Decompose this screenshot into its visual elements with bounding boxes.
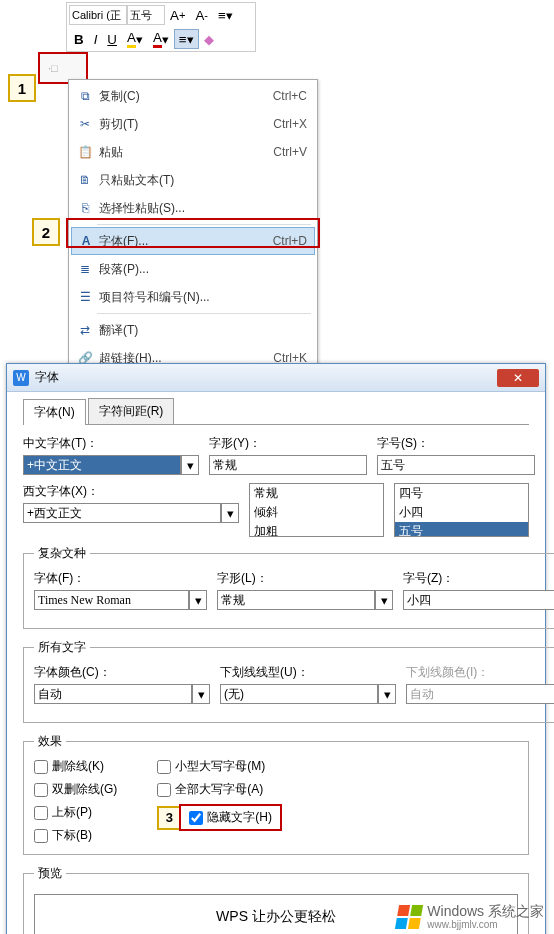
list-item: 五号: [395, 522, 528, 537]
complex-font-input[interactable]: [34, 590, 189, 610]
font-color-select[interactable]: [34, 684, 192, 704]
complex-font-dropdown[interactable]: ▾: [189, 590, 207, 610]
step-1-marker: 1: [8, 74, 36, 102]
menu-copy[interactable]: ⧉ 复制(C) Ctrl+C: [71, 82, 315, 110]
bullets-icon: ☰: [75, 290, 95, 304]
list-item: 四号: [395, 484, 528, 503]
translate-icon: ⇄: [75, 323, 95, 337]
font-color-button[interactable]: A▾: [148, 29, 174, 49]
line-spacing-button[interactable]: ≡▾: [213, 5, 238, 25]
underline-select[interactable]: [220, 684, 378, 704]
underline-color-select: [406, 684, 554, 704]
size-input[interactable]: [377, 455, 535, 475]
bold-button[interactable]: B: [69, 29, 89, 49]
font-dialog: W 字体 ✕ 字体(N) 字符间距(R) 中文字体(T)： ▾ 字形(Y)： 字…: [6, 363, 546, 934]
app-icon: W: [13, 370, 29, 386]
copy-icon: ⧉: [75, 89, 95, 103]
cn-font-input[interactable]: [23, 455, 181, 475]
style-label: 字形(Y)：: [209, 435, 367, 452]
list-item: 小四: [395, 503, 528, 522]
increase-font-button[interactable]: A+: [165, 5, 190, 25]
cn-font-label: 中文字体(T)：: [23, 435, 199, 452]
paste-text-icon: 🗎: [75, 173, 95, 187]
menu-separator: [97, 224, 311, 225]
format-eraser-button[interactable]: ◆: [199, 29, 219, 49]
cut-icon: ✂: [75, 117, 95, 131]
menu-paragraph[interactable]: ≣ 段落(P)...: [71, 255, 315, 283]
step-2-marker: 2: [32, 218, 60, 246]
watermark-url: www.bjjmlv.com: [427, 919, 544, 930]
menu-separator: [97, 313, 311, 314]
chk-double-strike[interactable]: 双删除线(G): [34, 781, 117, 798]
chk-smallcaps[interactable]: 小型大写字母(M): [157, 758, 282, 775]
list-item: 加粗: [250, 522, 383, 537]
chk-allcaps[interactable]: 全部大写字母(A): [157, 781, 282, 798]
mini-toolbar: A+ A- ≡▾ B I U A▾ A▾ ≡▾ ◆: [66, 2, 256, 52]
windows-logo-icon: [395, 905, 423, 929]
highlight-button[interactable]: A▾: [122, 29, 148, 49]
italic-button[interactable]: I: [89, 29, 103, 49]
underline-button[interactable]: U: [102, 29, 122, 49]
effects-group: 效果 删除线(K) 双删除线(G) 上标(P) 下标(B) 小型大写字母(M) …: [23, 733, 529, 855]
paragraph-icon: ≣: [75, 262, 95, 276]
chk-superscript[interactable]: 上标(P): [34, 804, 117, 821]
complex-legend: 复杂文种: [34, 545, 90, 562]
decrease-font-button[interactable]: A-: [190, 5, 213, 25]
tab-spacing[interactable]: 字符间距(R): [88, 398, 175, 424]
chk-hidden[interactable]: 隐藏文字(H): [189, 809, 272, 826]
paste-icon: 📋: [75, 145, 95, 159]
all-text-group: 所有文字 字体颜色(C)： ▾ 下划线线型(U)： ▾ 下划线颜色(I)： ▾ …: [23, 639, 554, 723]
paste-special-icon: ⎘: [75, 201, 95, 215]
watermark-title: Windows 系统之家: [427, 904, 544, 919]
list-item: 常规: [250, 484, 383, 503]
menu-shortcut: Ctrl+C: [273, 89, 307, 103]
wn-font-label: 西文字体(X)：: [23, 483, 239, 500]
complex-style-input[interactable]: [217, 590, 375, 610]
context-menu: ⧉ 复制(C) Ctrl+C ✂ 剪切(T) Ctrl+X 📋 粘贴 Ctrl+…: [68, 79, 318, 375]
style-listbox[interactable]: 常规 倾斜 加粗: [249, 483, 384, 537]
complex-size-input[interactable]: [403, 590, 554, 610]
font-name-selector[interactable]: [69, 5, 127, 25]
step-3-marker: 3: [157, 806, 181, 830]
style-input[interactable]: [209, 455, 367, 475]
menu-cut[interactable]: ✂ 剪切(T) Ctrl+X: [71, 110, 315, 138]
tab-font[interactable]: 字体(N): [23, 399, 86, 425]
chk-strike[interactable]: 删除线(K): [34, 758, 117, 775]
size-label: 字号(S)：: [377, 435, 535, 452]
menu-paste-text[interactable]: 🗎 只粘贴文本(T): [71, 166, 315, 194]
menu-paste[interactable]: 📋 粘贴 Ctrl+V: [71, 138, 315, 166]
complex-style-dropdown[interactable]: ▾: [375, 590, 393, 610]
font-size-selector[interactable]: [127, 5, 165, 25]
menu-font[interactable]: A 字体(F)... Ctrl+D: [71, 227, 315, 255]
cn-font-dropdown[interactable]: ▾: [181, 455, 199, 475]
wn-font-input[interactable]: [23, 503, 221, 523]
font-icon: A: [76, 234, 96, 248]
list-item: 倾斜: [250, 503, 383, 522]
page-break-mark: ·□: [48, 62, 58, 74]
watermark: Windows 系统之家 www.bjjmlv.com: [397, 904, 544, 930]
complex-script-group: 复杂文种 字体(F)： ▾ 字形(L)： ▾ 字号(Z)： ▾: [23, 545, 554, 629]
wn-font-dropdown[interactable]: ▾: [221, 503, 239, 523]
menu-bullets[interactable]: ☰ 项目符号和编号(N)...: [71, 283, 315, 311]
close-button[interactable]: ✕: [497, 369, 539, 387]
step-3-highlight: 隐藏文字(H): [179, 804, 282, 831]
menu-label: 复制(C): [99, 88, 273, 105]
dialog-titlebar: W 字体 ✕: [7, 364, 545, 392]
menu-translate[interactable]: ⇄ 翻译(T): [71, 316, 315, 344]
dialog-title: 字体: [35, 369, 497, 386]
align-button[interactable]: ≡▾: [174, 29, 199, 49]
chk-subscript[interactable]: 下标(B): [34, 827, 117, 844]
size-listbox[interactable]: 四号 小四 五号: [394, 483, 529, 537]
menu-paste-special[interactable]: ⎘ 选择性粘贴(S)...: [71, 194, 315, 222]
